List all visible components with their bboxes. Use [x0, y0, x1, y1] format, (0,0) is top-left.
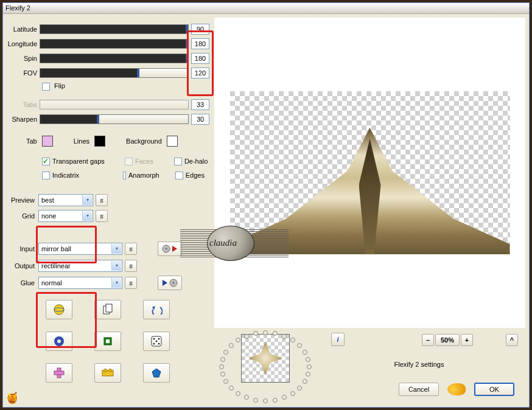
zoom-in-button[interactable]: + — [461, 334, 473, 346]
preset-dot[interactable] — [244, 395, 249, 400]
dice-button[interactable] — [143, 332, 170, 351]
svg-rect-14 — [106, 339, 110, 343]
glue-row: Glue normal▾ s — [4, 276, 213, 290]
lines-color-swatch[interactable] — [94, 136, 105, 147]
glue-label: Glue — [7, 279, 38, 287]
preset-dot[interactable] — [263, 398, 268, 403]
tabs-value[interactable]: 33 — [191, 99, 209, 110]
preset-dot[interactable] — [282, 395, 287, 400]
collapse-button[interactable]: ^ — [506, 334, 518, 346]
sharpen-row: Sharpen 30 — [4, 114, 213, 125]
fov-row: FOV 120 — [4, 68, 213, 78]
dehalo-checkbox[interactable] — [174, 158, 182, 165]
preset-dot[interactable] — [219, 364, 224, 369]
glue-reset[interactable]: s — [125, 277, 137, 289]
zoom-value[interactable]: 50% — [435, 334, 460, 346]
preset-dot[interactable] — [223, 379, 228, 384]
tabs-slider — [40, 100, 189, 109]
edges-label: Edges — [186, 172, 205, 179]
copy-button[interactable] — [94, 300, 121, 319]
preset-dot[interactable] — [236, 391, 240, 396]
spin-slider[interactable] — [40, 54, 189, 63]
preset-dot[interactable] — [290, 338, 295, 342]
grid-reset[interactable]: s — [96, 210, 108, 222]
preset-dot[interactable] — [306, 357, 310, 362]
preset-dot[interactable] — [220, 357, 225, 362]
window-title: Flexify 2 — [5, 4, 30, 12]
svg-point-17 — [158, 338, 160, 339]
highlight-preview-grid — [36, 226, 97, 263]
ok-button[interactable]: OK — [474, 383, 514, 396]
grid-label: Grid — [7, 212, 38, 220]
controls-panel: Latitude 90 Longitude 180 Spin 180 FOV 1… — [3, 14, 214, 407]
flip-label: Flip — [54, 82, 65, 89]
preset-dot[interactable] — [273, 398, 278, 403]
tab-color-swatch[interactable] — [42, 136, 53, 147]
chevron-down-icon: ▾ — [111, 278, 121, 288]
svg-rect-9 — [106, 304, 112, 312]
dehalo-label: De-halo — [184, 158, 208, 165]
transparent-gaps-label: Transparent gaps — [52, 158, 105, 165]
transparent-gaps-checkbox[interactable] — [42, 158, 50, 165]
latitude-slider[interactable] — [40, 24, 189, 34]
preset-dot[interactable] — [297, 343, 302, 348]
preset-dot[interactable] — [236, 338, 240, 342]
preset-dot[interactable] — [303, 379, 307, 384]
preset-ring — [222, 333, 325, 406]
input-reset[interactable]: s — [125, 243, 137, 255]
preset-dot[interactable] — [297, 386, 302, 391]
longitude-slider[interactable] — [40, 39, 189, 49]
preset-dot[interactable] — [244, 334, 249, 339]
output-reset[interactable]: s — [125, 260, 137, 272]
disc-play-button[interactable] — [158, 241, 182, 256]
right-bottom-controls: – 50% + ^ Flexify 2 settings Cancel OK — [345, 333, 518, 401]
play-disc-button[interactable] — [158, 276, 182, 290]
background-color-swatch[interactable] — [167, 136, 178, 147]
info-button[interactable]: i — [331, 333, 345, 346]
preview-area: claudia i – 50% — [214, 18, 525, 406]
preset-dot[interactable] — [303, 350, 307, 355]
gem-icon — [151, 367, 162, 378]
undo-button[interactable] — [143, 300, 170, 319]
cancel-button[interactable]: Cancel — [399, 383, 439, 396]
svg-point-19 — [153, 342, 155, 344]
preview-reset[interactable]: s — [96, 194, 108, 206]
indicatrix-checkbox[interactable] — [42, 172, 50, 179]
svg-point-18 — [156, 340, 158, 342]
chevron-down-icon: ▾ — [82, 211, 92, 221]
square-button[interactable] — [94, 332, 121, 351]
plus-button[interactable] — [46, 363, 72, 383]
preset-dot[interactable] — [306, 372, 310, 377]
zoom-out-button[interactable]: – — [422, 334, 434, 346]
anamorph-checkbox[interactable] — [123, 172, 126, 179]
preset-dot[interactable] — [223, 350, 228, 355]
brick-button[interactable] — [94, 363, 121, 383]
settings-label: Flexify 2 settings — [394, 361, 444, 368]
preview-canvas[interactable] — [214, 18, 525, 328]
preset-dot[interactable] — [253, 398, 258, 403]
flip-checkbox[interactable] — [42, 83, 50, 91]
preset-dot[interactable] — [229, 386, 234, 391]
preset-thumbnail[interactable] — [241, 334, 290, 383]
fov-slider[interactable] — [40, 68, 189, 78]
preset-dot[interactable] — [229, 343, 234, 348]
edges-checkbox[interactable] — [175, 172, 183, 179]
anamorph-label: Anamorph — [128, 172, 159, 179]
spin-row: Spin 180 — [4, 53, 213, 64]
preset-dot[interactable] — [282, 334, 287, 339]
chevron-down-icon: ▾ — [111, 244, 121, 254]
glue-combo[interactable]: normal▾ — [38, 277, 122, 289]
preset-dot[interactable] — [290, 391, 295, 396]
preview-combo[interactable]: best▾ — [38, 194, 93, 206]
flip-row: Flip — [4, 82, 213, 91]
preset-dot[interactable] — [220, 372, 225, 377]
highlight-values — [187, 30, 214, 96]
sharpen-slider[interactable] — [40, 114, 189, 124]
preset-dot[interactable] — [263, 330, 268, 335]
gem-button[interactable] — [143, 363, 170, 383]
preview-label: Preview — [7, 196, 38, 204]
sharpen-value[interactable]: 30 — [191, 114, 209, 125]
grid-combo[interactable]: none▾ — [38, 210, 93, 222]
svg-marker-2 — [172, 246, 177, 252]
preset-dot[interactable] — [307, 364, 312, 369]
